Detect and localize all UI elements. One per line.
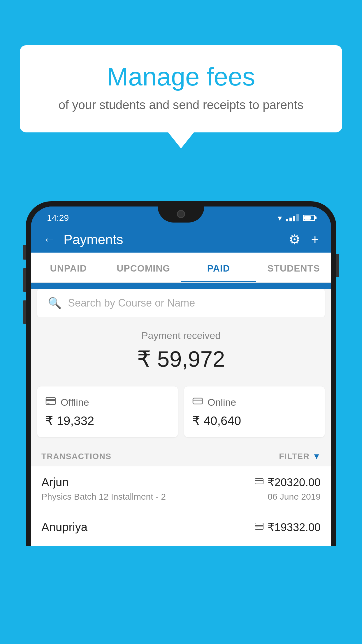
- transactions-header: TRANSACTIONS FILTER ▼: [31, 444, 331, 466]
- transaction-detail-1: Physics Batch 12 Installment - 2 06 June…: [41, 492, 321, 502]
- status-time: 14:29: [47, 213, 69, 223]
- online-icon: [192, 396, 203, 409]
- payment-amount: ₹ 59,972: [37, 346, 325, 372]
- tab-unpaid[interactable]: UNPAID: [31, 253, 106, 282]
- app-bar-icons: ⚙ +: [289, 232, 319, 247]
- filter-icon: ▼: [312, 452, 321, 461]
- tab-students[interactable]: STUDENTS: [256, 253, 331, 282]
- svg-rect-9: [256, 528, 258, 528]
- app-bar-title: Payments: [64, 232, 280, 247]
- phone-screen: 14:29 ▾ ← Payments: [31, 206, 331, 546]
- tab-upcoming[interactable]: UPCOMING: [106, 253, 181, 282]
- payment-cards: Offline ₹ 19,332 Online: [31, 380, 331, 444]
- offline-amount: ₹ 19,332: [45, 414, 170, 428]
- offline-card: Offline ₹ 19,332: [37, 386, 178, 437]
- offline-icon: [45, 396, 56, 409]
- online-card-header: Online: [192, 396, 317, 409]
- transaction-name-2: Anupriya: [41, 521, 87, 534]
- payment-summary: Payment received ₹ 59,972: [31, 317, 331, 380]
- offline-payment-icon-2: [255, 522, 263, 533]
- search-placeholder: Search by Course or Name: [68, 297, 195, 309]
- transaction-amount-1: ₹20320.00: [268, 476, 321, 489]
- offline-card-header: Offline: [45, 396, 170, 409]
- phone-side-button-left-1: [23, 245, 26, 260]
- transaction-amount-row-1: ₹20320.00: [255, 476, 321, 489]
- transaction-row-2: Anupriya ₹19332.00: [41, 521, 321, 534]
- filter-label: FILTER: [279, 452, 310, 461]
- svg-rect-3: [193, 398, 202, 404]
- offline-label: Offline: [61, 397, 89, 408]
- payment-received-label: Payment received: [37, 330, 325, 341]
- signal-bar-1: [286, 219, 288, 221]
- online-card: Online ₹ 40,640: [184, 386, 325, 437]
- svg-rect-1: [46, 399, 55, 401]
- settings-icon[interactable]: ⚙: [289, 232, 301, 247]
- speech-bubble-subtitle: of your students and send receipts to pa…: [43, 98, 319, 112]
- online-amount: ₹ 40,640: [192, 414, 317, 428]
- phone-side-button-right: [336, 254, 339, 277]
- phone-container: 14:29 ▾ ← Payments: [26, 201, 336, 644]
- transaction-row-1: Arjun ₹20320.00: [41, 476, 321, 489]
- transaction-item-1[interactable]: Arjun ₹20320.00 Physics: [31, 466, 331, 511]
- notch-camera: [177, 210, 185, 218]
- back-button[interactable]: ←: [43, 232, 55, 246]
- wifi-icon: ▾: [278, 213, 282, 223]
- signal-bar-3: [293, 216, 295, 221]
- transaction-amount-row-2: ₹19332.00: [255, 521, 321, 534]
- transaction-course-1: Physics Batch 12 Installment - 2: [41, 492, 166, 502]
- filter-button[interactable]: FILTER ▼: [279, 452, 321, 461]
- tabs-bar: UNPAID UPCOMING PAID STUDENTS: [31, 253, 331, 283]
- transactions-label: TRANSACTIONS: [41, 452, 111, 461]
- signal-bar-2: [289, 218, 292, 221]
- search-icon: 🔍: [48, 297, 61, 309]
- phone-side-button-left-3: [23, 300, 26, 324]
- speech-bubble: Manage fees of your students and send re…: [20, 45, 342, 132]
- speech-bubble-arrow: [168, 132, 194, 148]
- signal-bars: [286, 214, 299, 221]
- search-bar[interactable]: 🔍 Search by Course or Name: [37, 289, 325, 317]
- svg-rect-8: [255, 525, 263, 526]
- app-bar: ← Payments ⚙ +: [31, 226, 331, 253]
- battery-fill: [304, 216, 311, 220]
- svg-rect-5: [255, 479, 263, 484]
- online-label: Online: [208, 397, 236, 408]
- online-payment-icon-1: [255, 477, 263, 488]
- transaction-name-1: Arjun: [41, 476, 68, 489]
- tab-paid[interactable]: PAID: [181, 253, 256, 282]
- transaction-item-2[interactable]: Anupriya ₹19332.00: [31, 511, 331, 546]
- speech-bubble-container: Manage fees of your students and send re…: [20, 45, 342, 148]
- speech-bubble-title: Manage fees: [43, 63, 319, 91]
- transaction-date-1: 06 June 2019: [268, 492, 321, 502]
- transaction-amount-2: ₹19332.00: [268, 521, 321, 534]
- battery-icon: [303, 215, 315, 221]
- svg-rect-2: [47, 403, 50, 404]
- screen-content: 🔍 Search by Course or Name Payment recei…: [31, 289, 331, 546]
- phone-outer: 14:29 ▾ ← Payments: [26, 201, 336, 546]
- status-icons: ▾: [278, 213, 315, 223]
- phone-side-button-left-2: [23, 268, 26, 292]
- signal-bar-4: [296, 214, 299, 221]
- add-icon[interactable]: +: [311, 232, 319, 247]
